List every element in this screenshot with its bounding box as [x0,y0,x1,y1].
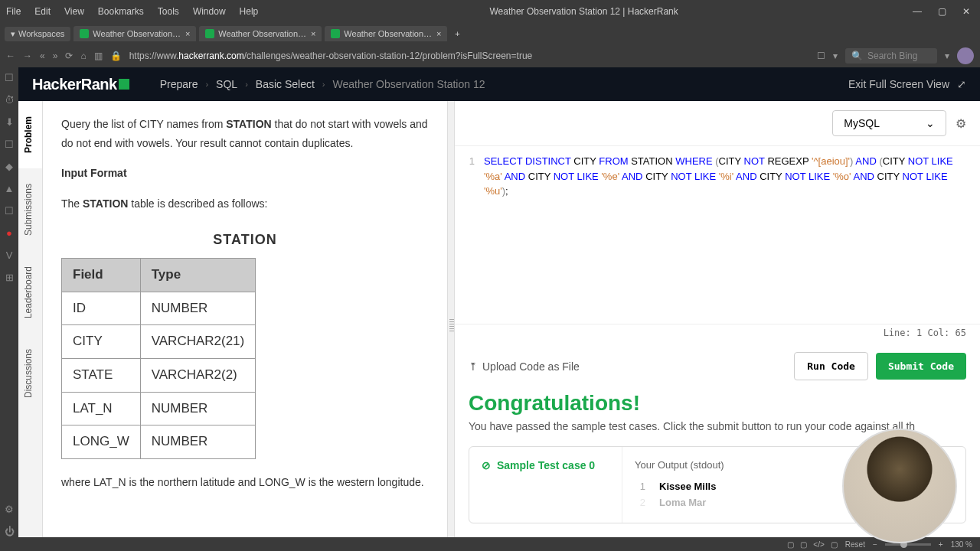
table-row: CITYVARCHAR2(21) [62,325,256,359]
upload-icon: ⤒ [469,360,478,373]
back-button[interactable]: ← [6,51,15,61]
profile-avatar[interactable] [957,47,974,64]
text-bold: STATION [226,118,271,130]
panel-add-icon[interactable]: ⊞ [5,272,14,283]
tab-close-icon[interactable]: × [185,29,190,38]
upload-label: Upload Code as File [482,360,580,373]
code-text[interactable]: SELECT DISTINCT CITY FROM STATION WHERE … [484,154,966,316]
submit-code-button[interactable]: Submit Code [876,353,966,380]
tab-leaderboard[interactable]: Leaderboard [18,251,42,334]
panel-icon[interactable]: V [6,249,13,261]
upload-code-button[interactable]: ⤒ Upload Code as File [469,360,580,373]
search-box[interactable]: 🔍 Search Bing [845,48,937,64]
bookmark-icon[interactable]: ☐ [817,51,825,61]
panel-icon[interactable]: ● [6,227,12,239]
cursor-status: Line: 1 Col: 65 [455,324,980,341]
tab-problem[interactable]: Problem [18,101,42,168]
status-icon[interactable]: ▢ [831,540,838,549]
maximize-button[interactable]: ▢ [934,6,949,17]
browser-tab[interactable]: Weather Observation Stati × [199,26,322,41]
menu-bookmarks[interactable]: Bookmarks [98,6,144,17]
home-button[interactable]: ⌂ [80,51,86,61]
fastfwd-button[interactable]: » [53,51,58,61]
table-intro: The STATION table is described as follow… [61,194,429,214]
menu-help[interactable]: Help [240,6,259,17]
menu-window[interactable]: Window [193,6,226,17]
workspaces-icon: ▾ [11,29,15,39]
status-icon[interactable]: </> [813,540,824,549]
tab-close-icon[interactable]: × [436,29,441,38]
crumb-prepare[interactable]: Prepare [160,78,198,90]
favicon-icon [80,29,89,38]
split-divider[interactable] [447,101,455,537]
webcam-overlay [842,429,957,543]
menu-file[interactable]: File [6,6,21,17]
reset-zoom-button[interactable]: Reset [845,540,865,549]
panel-icon[interactable]: ☐ [5,205,14,217]
panel-downloads-icon[interactable]: ⬇ [5,116,14,128]
panel-icon[interactable]: ◆ [5,161,13,172]
code-editor[interactable]: 1 SELECT DISTINCT CITY FROM STATION WHER… [455,146,980,324]
test-case-item[interactable]: ⊘ Sample Test case 0 [482,459,609,471]
window-titlebar: File Edit View Bookmarks Tools Window He… [0,0,980,23]
run-code-button[interactable]: Run Code [794,352,868,380]
zoom-in-icon[interactable]: + [939,540,943,549]
check-icon: ⊘ [482,459,491,471]
menu-view[interactable]: View [64,6,84,17]
panel-notes-icon[interactable]: ☐ [5,139,14,150]
table-footer-note: where LAT_N is the northern latitude and… [61,473,429,492]
breadcrumb: Prepare › SQL › Basic Select › Weather O… [160,78,485,90]
settings-icon[interactable]: ⚙ [5,504,14,515]
editor-settings-button[interactable]: ⚙ [956,116,966,131]
line-number: 1 [461,154,475,169]
panel-icon[interactable]: ▲ [5,183,15,194]
cell: ID [62,292,141,325]
status-icons: ▢ ▢ </> ▢ [787,540,837,549]
chevron-right-icon: › [205,80,208,89]
status-icon[interactable]: ▢ [800,540,807,549]
browser-tab[interactable]: Weather Observation Stati × [325,26,447,41]
reload-button[interactable]: ⟳ [65,51,73,61]
lock-icon: 🔒 [110,51,122,61]
close-button[interactable]: ✕ [959,6,974,17]
tab-title: Weather Observation Stati [344,29,433,38]
cell: LONG_W [62,425,141,459]
exit-fullscreen-button[interactable]: Exit Full Screen View ⤢ [848,78,966,90]
tabs-icon[interactable]: ▥ [94,51,103,61]
text-bold: STATION [83,197,128,210]
cell: LAT_N [62,392,141,425]
panel-bookmarks-icon[interactable]: ☐ [5,72,14,83]
search-chevron-icon[interactable]: ▾ [945,51,949,61]
status-icon[interactable]: ▢ [787,540,794,549]
tab-close-icon[interactable]: × [311,29,315,38]
forward-button[interactable]: → [23,51,32,61]
browser-tab[interactable]: Weather Observation Stati × [74,26,196,41]
zoom-slider[interactable] [885,543,931,546]
chevron-down-icon[interactable]: ▾ [833,51,838,61]
tab-submissions[interactable]: Submissions [18,168,42,251]
minimize-button[interactable]: — [910,6,925,17]
workspaces-button[interactable]: ▾ Workspaces [5,27,70,41]
text: The [61,197,83,210]
zoom-out-icon[interactable]: − [873,540,877,549]
new-tab-button[interactable]: + [450,28,464,40]
page-content: HackerRank Prepare › SQL › Basic Select … [18,67,980,537]
url-field[interactable]: https://www.hackerrank.com/challenges/we… [129,51,809,61]
crumb-sql[interactable]: SQL [216,78,237,90]
language-select[interactable]: MySQL ⌄ [832,110,946,136]
menu-edit[interactable]: Edit [34,6,51,17]
menu-tools[interactable]: Tools [158,6,179,17]
tab-discussions[interactable]: Discussions [18,334,42,413]
th-field: Field [62,259,141,292]
url-path: /challenges/weather-observation-station-… [244,51,533,61]
problem-description: Query the list of CITY names from STATIO… [61,115,429,153]
line-gutter: 1 [461,154,484,316]
cell: NUMBER [140,425,256,459]
rewind-button[interactable]: « [40,51,45,61]
logo-text: HackerRank [32,76,117,93]
panel-history-icon[interactable]: ⏱ [5,94,15,106]
toggle-panel-icon[interactable]: ⏻ [5,526,15,537]
search-placeholder: Search Bing [867,51,917,61]
hackerrank-logo[interactable]: HackerRank [32,76,129,93]
crumb-basic-select[interactable]: Basic Select [256,78,315,90]
